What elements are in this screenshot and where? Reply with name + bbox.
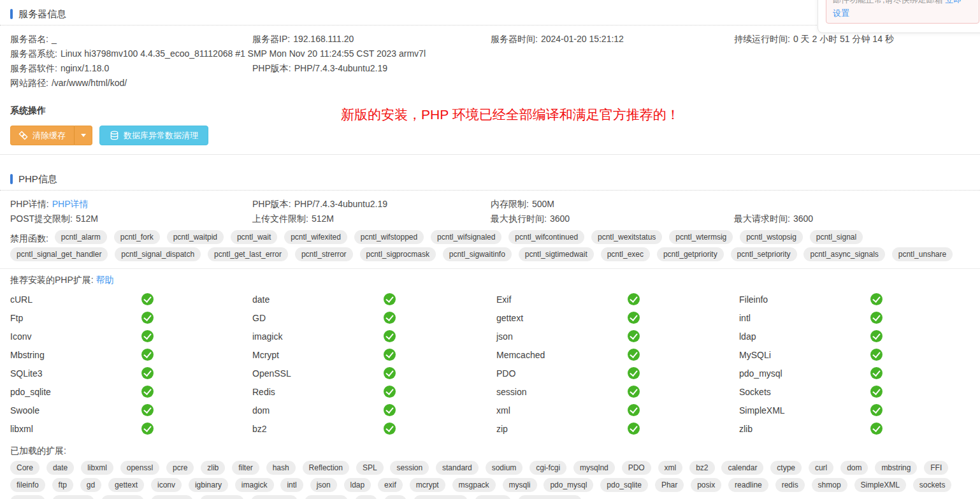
extensions-grid: cURL date Exif Fileinfo [10, 290, 970, 438]
clear-cache-button[interactable]: 清除缓存 [10, 126, 74, 145]
extension-row: date [252, 290, 496, 308]
extension-row: Exif [496, 290, 739, 308]
loaded-extension-tag: readline [728, 478, 768, 492]
extension-name: date [252, 294, 384, 305]
extension-name: OpenSSL [252, 368, 384, 379]
extension-name: dom [252, 405, 384, 416]
notification-action-link[interactable]: 立即 [945, 0, 962, 4]
loaded-extension-tag: xmlreader [251, 495, 298, 499]
server-os-field: 服务器系统:Linux hi3798mv100 4.4.35_ecoo_8111… [10, 47, 970, 61]
loaded-extension-tag: xsl [355, 495, 377, 499]
extension-row: Redis [252, 382, 496, 401]
loaded-extensions: Core date libxml openssl pcre zlib filte… [10, 461, 970, 499]
php-max-exec-field: 最大执行时间:3600 [491, 212, 734, 226]
notification-message: 邮件功能正常,请尽快绑定邮箱 [833, 0, 943, 4]
check-circle-icon [870, 404, 883, 416]
check-circle-icon [870, 386, 883, 398]
loaded-extension-tag: xml [658, 461, 683, 475]
disabled-function-tag: pcntl_sigprocmask [360, 247, 436, 261]
extension-row: gettext [496, 308, 739, 327]
server-info-grid: 服务器名:_ 服务器IP:192.168.111.20 服务器时间:2024-0… [10, 32, 970, 90]
clear-cache-dropdown-button[interactable] [74, 126, 92, 145]
extension-row: intl [739, 308, 970, 327]
loaded-extension-tag: imagick [235, 478, 274, 492]
php-detail-link[interactable]: PHP详情 [52, 199, 89, 209]
check-circle-icon [870, 349, 883, 361]
extension-row: imagick [252, 327, 496, 345]
extension-row: cURL [10, 290, 252, 308]
loaded-extension-tag: xmlwriter [305, 495, 348, 499]
disabled-function-tag: pcntl_get_last_error [208, 247, 288, 261]
check-circle-icon [628, 312, 640, 324]
section-accent-bar [10, 9, 13, 19]
extension-name: Exif [496, 294, 628, 305]
extension-name: Mbstring [10, 350, 141, 360]
server-info-page: 邮件功能正常,请尽快绑定邮箱 立即 设置 服务器信息 服务器名:_ 服务器IP:… [0, 0, 980, 499]
loaded-extension-tag: mysqlnd [573, 461, 615, 475]
db-cleanup-button[interactable]: 数据库异常数据清理 [99, 126, 208, 145]
extension-name: SimpleXML [739, 405, 870, 416]
extension-name: Mcrypt [252, 350, 384, 360]
server-path-field: 网站路径:/var/www/html/kod/ [10, 76, 970, 90]
extension-name: pdo_mysql [739, 368, 870, 379]
notification-settings-link[interactable]: 设置 [833, 6, 972, 20]
annotation-text: 新版的安装，PHP 环境已经全部编译和满足官方推荐的！ [341, 106, 680, 124]
extension-row: PDO [496, 364, 739, 382]
disabled-function-tag: pcntl_signal [810, 230, 863, 244]
disabled-function-tag: pcntl_async_signals [803, 247, 884, 261]
disabled-function-tag: pcntl_setpriority [731, 247, 797, 261]
section-title: PHP信息 [18, 173, 57, 185]
extension-row: Ftp [10, 308, 252, 327]
check-circle-icon [870, 423, 883, 435]
extension-row: json [496, 327, 739, 345]
loaded-extension-tag: intl [280, 478, 303, 492]
extension-name: json [496, 331, 628, 342]
loaded-extension-tag: tokenizer [200, 495, 244, 499]
loaded-extension-tag: redis [775, 478, 805, 492]
extension-row: Fileinfo [739, 290, 970, 308]
loaded-extensions-label: 已加载的扩展: [10, 445, 970, 457]
extension-row: SQLite3 [10, 364, 252, 382]
check-circle-icon [384, 367, 396, 379]
check-circle-icon [628, 423, 640, 435]
extension-row: zip [496, 419, 739, 438]
loaded-extension-tag: pcre [166, 461, 194, 475]
help-link[interactable]: 帮助 [96, 275, 114, 285]
loaded-extension-tag: zip [384, 495, 407, 499]
disabled-function-tag: pcntl_alarm [55, 230, 107, 244]
server-name-field: 服务器名:_ [10, 32, 252, 47]
loaded-extension-tag: FFI [924, 461, 948, 475]
php-info-header: PHP信息 [10, 173, 970, 185]
loaded-extension-tag: json [310, 478, 337, 492]
disabled-function-tag: pcntl_wifsignaled [431, 230, 501, 244]
spacer-cell [734, 197, 970, 212]
check-circle-icon [870, 312, 883, 324]
extension-row: Sockets [739, 382, 970, 401]
loaded-extension-tag: standard [436, 461, 479, 475]
loaded-extension-tag: cgi-fcgi [530, 461, 566, 475]
disabled-function-tag: pcntl_wexitstatus [591, 230, 662, 244]
system-ops-buttons: 清除缓存 数据库异常数据清理 [10, 126, 970, 145]
check-circle-icon [628, 386, 640, 398]
loaded-extension-tag: hash [266, 461, 296, 475]
disabled-function-tag: pcntl_exec [601, 247, 650, 261]
loaded-extension-tag: bz2 [689, 461, 714, 475]
check-circle-icon [628, 404, 640, 416]
section-title: 服务器信息 [18, 8, 66, 20]
loaded-extension-tag: session [390, 461, 429, 475]
check-circle-icon [384, 312, 396, 324]
check-circle-icon [141, 404, 154, 416]
loaded-extension-tag: date [47, 461, 74, 475]
loaded-extension-tag: gd [80, 478, 101, 492]
notification-panel: 邮件功能正常,请尽快绑定邮箱 立即 设置 [818, 0, 980, 33]
disabled-function-tag: pcntl_getpriority [657, 247, 724, 261]
loaded-extension-tag: Phar [655, 478, 684, 492]
extension-name: session [496, 387, 628, 397]
extension-name: ldap [739, 331, 870, 342]
loaded-extension-tag: calendar [721, 461, 763, 475]
notification-alert: 邮件功能正常,请尽快绑定邮箱 立即 设置 [826, 0, 979, 24]
server-time-field: 服务器时间:2024-01-20 15:21:12 [491, 32, 734, 47]
loaded-extension-tag: curl [809, 461, 833, 475]
loaded-extension-tag: ctype [770, 461, 802, 475]
check-circle-icon [384, 386, 396, 398]
